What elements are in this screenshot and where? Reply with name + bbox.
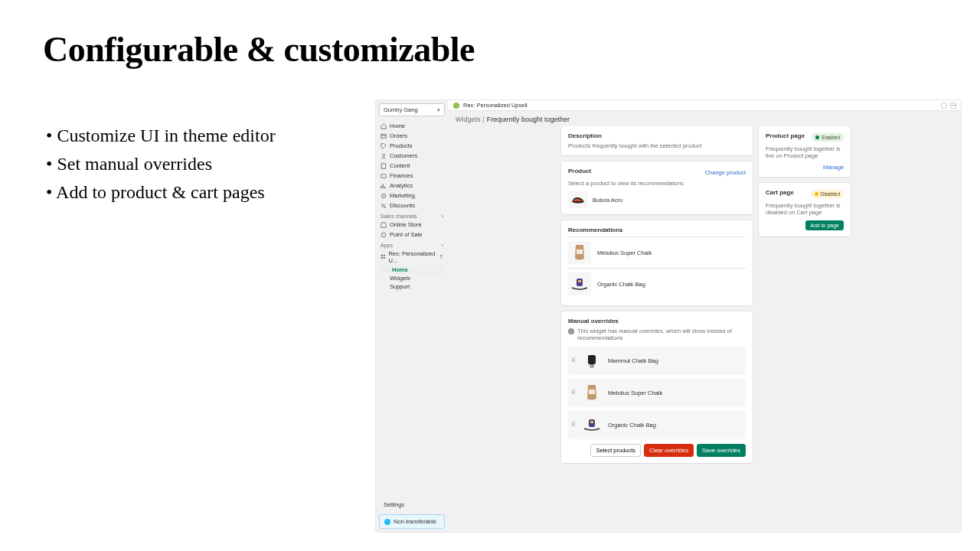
svg-rect-9 bbox=[381, 255, 383, 256]
svg-rect-20 bbox=[589, 390, 595, 394]
cart-page-title: Cart page bbox=[766, 189, 794, 196]
breadcrumb: Widgets|Frequently bought together bbox=[448, 111, 961, 126]
nav-home[interactable]: Home bbox=[376, 121, 448, 131]
svg-rect-15 bbox=[577, 249, 583, 254]
nav-app-home[interactable]: Home bbox=[378, 266, 446, 274]
select-products-button[interactable]: Select products bbox=[590, 444, 641, 457]
pin-button[interactable] bbox=[941, 103, 947, 109]
drag-handle-icon[interactable]: ⠿ bbox=[571, 390, 576, 396]
clear-overrides-button[interactable]: Clear overrides bbox=[644, 444, 694, 457]
svg-point-8 bbox=[381, 233, 386, 237]
breadcrumb-current: Frequently bought together bbox=[487, 116, 570, 123]
hero-bullet: Customize UI in theme editor bbox=[46, 122, 276, 149]
svg-point-7 bbox=[384, 206, 386, 207]
add-to-page-button[interactable]: Add to page bbox=[805, 220, 844, 230]
svg-rect-11 bbox=[381, 257, 383, 259]
svg-rect-22 bbox=[590, 421, 593, 423]
product-card: Product Change product Select a product … bbox=[561, 161, 753, 214]
info-icon: i bbox=[568, 328, 574, 334]
product-thumbnail bbox=[568, 272, 591, 295]
product-page-title: Product page bbox=[766, 132, 805, 139]
product-thumbnail bbox=[580, 381, 603, 404]
nav-marketing[interactable]: Marketing bbox=[376, 191, 448, 201]
chevron-right-icon[interactable]: › bbox=[442, 214, 443, 219]
nav-discounts[interactable]: Discounts bbox=[376, 201, 448, 210]
drag-handle-icon[interactable]: ⠿ bbox=[571, 357, 576, 364]
orders-icon bbox=[381, 133, 387, 139]
svg-rect-10 bbox=[384, 255, 385, 256]
app-shell: Gumby Gang ▾ Home Orders Products Custom… bbox=[375, 99, 962, 533]
save-overrides-button[interactable]: Save overrides bbox=[697, 444, 746, 457]
cart-page-card: Cart page Disabled Frequently bought tog… bbox=[759, 183, 851, 236]
analytics-icon bbox=[381, 183, 387, 189]
marketing-icon bbox=[381, 193, 387, 199]
overrides-card: Manual overrides i This widget has manua… bbox=[561, 311, 753, 463]
discounts-icon bbox=[381, 203, 387, 209]
product-name: Mammut Chalk Bag bbox=[608, 357, 658, 364]
customers-icon bbox=[381, 153, 387, 159]
nav-finances[interactable]: Finances bbox=[376, 171, 448, 181]
description-text: Products frequently bought with the sele… bbox=[568, 142, 746, 149]
nav-app-support[interactable]: Support bbox=[376, 282, 448, 291]
svg-rect-0 bbox=[381, 134, 386, 138]
non-transferable-pill[interactable]: Non-transferable bbox=[379, 514, 445, 529]
product-name: Metolius Super Chalk bbox=[597, 249, 652, 256]
nav-app-widgets[interactable]: Widgets bbox=[376, 274, 448, 282]
nav-customers[interactable]: Customers bbox=[376, 151, 448, 161]
more-button[interactable]: ⋯ bbox=[950, 103, 956, 109]
recommendation-row: Metolius Super Chalk bbox=[568, 236, 746, 268]
nav-settings[interactable]: Settings bbox=[376, 498, 448, 511]
pin-icon[interactable] bbox=[439, 254, 443, 260]
hero-title: Configurable & customizable bbox=[43, 29, 475, 70]
svg-rect-12 bbox=[384, 257, 385, 259]
products-icon bbox=[381, 143, 387, 149]
product-thumbnail bbox=[580, 349, 603, 372]
overrides-info: i This widget has manual overrides, whic… bbox=[568, 328, 746, 341]
product-page-text: Frequently bought together is live on Pr… bbox=[766, 145, 844, 159]
product-name: Metolius Super Chalk bbox=[608, 390, 662, 396]
manage-link[interactable]: Manage bbox=[823, 164, 844, 171]
disabled-badge: Disabled bbox=[811, 190, 844, 198]
override-item[interactable]: ⠿ Organic Chalk Bag bbox=[568, 410, 746, 439]
store-selector[interactable]: Gumby Gang ▾ bbox=[379, 103, 445, 116]
app-icon bbox=[381, 254, 385, 260]
override-item[interactable]: ⠿ Mammut Chalk Bag bbox=[568, 346, 746, 375]
chevron-right-icon[interactable]: › bbox=[442, 243, 443, 248]
overrides-title: Manual overrides bbox=[568, 318, 746, 324]
finances-icon bbox=[381, 173, 387, 179]
override-item[interactable]: ⠿ Metolius Super Chalk bbox=[568, 378, 746, 407]
recommendations-title: Recommendations bbox=[568, 227, 746, 233]
nav-orders[interactable]: Orders bbox=[376, 131, 448, 141]
sales-channels-header: Sales channels› bbox=[376, 210, 448, 220]
apps-header: Apps› bbox=[376, 240, 448, 249]
selected-product-row[interactable]: Butora Acro bbox=[568, 191, 746, 208]
svg-rect-3 bbox=[381, 174, 386, 178]
description-card: Description Products frequently bought w… bbox=[561, 126, 753, 155]
nav-pos[interactable]: Point of Sale bbox=[376, 230, 448, 240]
svg-point-14 bbox=[453, 103, 459, 109]
drag-handle-icon[interactable]: ⠿ bbox=[571, 422, 576, 429]
nav-online-store[interactable]: Online Store bbox=[376, 220, 448, 230]
cart-page-text: Frequently bought together is disabled o… bbox=[766, 202, 844, 216]
nav-analytics[interactable]: Analytics bbox=[376, 181, 448, 191]
breadcrumb-widgets[interactable]: Widgets bbox=[456, 116, 481, 123]
recommendation-row: Organic Chalk Bag bbox=[568, 268, 746, 299]
nav-content[interactable]: Content bbox=[376, 161, 448, 171]
pos-icon bbox=[381, 232, 387, 238]
svg-rect-2 bbox=[381, 163, 386, 168]
description-title: Description bbox=[568, 132, 746, 139]
svg-point-6 bbox=[381, 204, 383, 205]
product-name: Butora Acro bbox=[593, 197, 622, 204]
nav-app-rex[interactable]: Rex: Personalized U… bbox=[376, 249, 448, 266]
svg-point-5 bbox=[383, 195, 384, 197]
change-product-link[interactable]: Change product bbox=[705, 169, 746, 176]
hero-bullets: Customize UI in theme editor Set manual … bbox=[46, 122, 276, 207]
main-column: Description Products frequently bought w… bbox=[561, 126, 753, 524]
enabled-badge: Enabled bbox=[812, 133, 844, 142]
topbar: Rex: Personalized Upsell ⋯ bbox=[448, 100, 961, 111]
recommendations-card: Recommendations Metolius Super Chalk Org… bbox=[561, 220, 753, 305]
svg-rect-18 bbox=[588, 355, 596, 364]
nav-products[interactable]: Products bbox=[376, 141, 448, 151]
svg-point-1 bbox=[382, 154, 384, 156]
hero-bullet: Set manual overrides bbox=[46, 151, 276, 178]
